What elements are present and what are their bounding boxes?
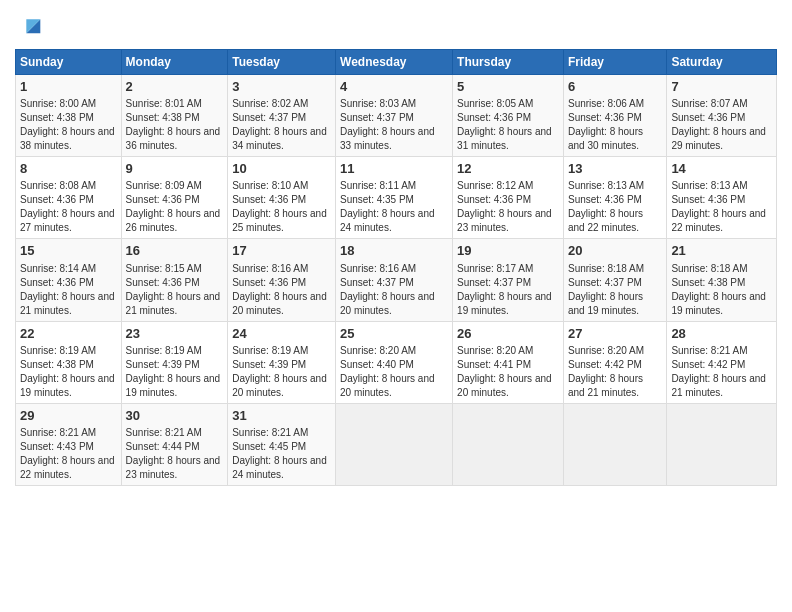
sunrise-text: Sunrise: 8:02 AM <box>232 98 308 109</box>
daylight-text: Daylight: 8 hours and 31 minutes. <box>457 126 552 151</box>
logo <box>15 10 45 43</box>
page-container: SundayMondayTuesdayWednesdayThursdayFrid… <box>0 0 792 496</box>
calendar-cell: 6Sunrise: 8:06 AMSunset: 4:36 PMDaylight… <box>563 75 666 157</box>
sunset-text: Sunset: 4:36 PM <box>671 194 745 205</box>
day-number: 20 <box>568 242 662 260</box>
calendar-cell: 15Sunrise: 8:14 AMSunset: 4:36 PMDayligh… <box>16 239 122 321</box>
sunrise-text: Sunrise: 8:21 AM <box>20 427 96 438</box>
sunrise-text: Sunrise: 8:15 AM <box>126 263 202 274</box>
sunset-text: Sunset: 4:41 PM <box>457 359 531 370</box>
sunset-text: Sunset: 4:45 PM <box>232 441 306 452</box>
daylight-text: Daylight: 8 hours and 21 minutes. <box>20 291 115 316</box>
calendar-cell <box>336 403 453 485</box>
sunset-text: Sunset: 4:37 PM <box>340 112 414 123</box>
sunset-text: Sunset: 4:37 PM <box>340 277 414 288</box>
daylight-text: Daylight: 8 hours and 22 minutes. <box>671 208 766 233</box>
calendar-cell <box>563 403 666 485</box>
sunset-text: Sunset: 4:38 PM <box>20 359 94 370</box>
sunrise-text: Sunrise: 8:06 AM <box>568 98 644 109</box>
sunrise-text: Sunrise: 8:08 AM <box>20 180 96 191</box>
calendar-cell: 28Sunrise: 8:21 AMSunset: 4:42 PMDayligh… <box>667 321 777 403</box>
sunrise-text: Sunrise: 8:21 AM <box>126 427 202 438</box>
sunset-text: Sunset: 4:36 PM <box>457 112 531 123</box>
day-number: 8 <box>20 160 117 178</box>
sunrise-text: Sunrise: 8:13 AM <box>671 180 747 191</box>
calendar-cell: 21Sunrise: 8:18 AMSunset: 4:38 PMDayligh… <box>667 239 777 321</box>
day-number: 4 <box>340 78 448 96</box>
day-number: 5 <box>457 78 559 96</box>
calendar-cell: 29Sunrise: 8:21 AMSunset: 4:43 PMDayligh… <box>16 403 122 485</box>
calendar-cell: 9Sunrise: 8:09 AMSunset: 4:36 PMDaylight… <box>121 157 228 239</box>
calendar-week-5: 29Sunrise: 8:21 AMSunset: 4:43 PMDayligh… <box>16 403 777 485</box>
day-number: 1 <box>20 78 117 96</box>
calendar-cell: 31Sunrise: 8:21 AMSunset: 4:45 PMDayligh… <box>228 403 336 485</box>
calendar-week-4: 22Sunrise: 8:19 AMSunset: 4:38 PMDayligh… <box>16 321 777 403</box>
calendar-cell: 27Sunrise: 8:20 AMSunset: 4:42 PMDayligh… <box>563 321 666 403</box>
sunset-text: Sunset: 4:42 PM <box>568 359 642 370</box>
sunset-text: Sunset: 4:38 PM <box>20 112 94 123</box>
calendar-header-row: SundayMondayTuesdayWednesdayThursdayFrid… <box>16 50 777 75</box>
sunrise-text: Sunrise: 8:20 AM <box>568 345 644 356</box>
day-number: 28 <box>671 325 772 343</box>
daylight-text: Daylight: 8 hours and 21 minutes. <box>126 291 221 316</box>
sunset-text: Sunset: 4:37 PM <box>568 277 642 288</box>
day-number: 22 <box>20 325 117 343</box>
calendar-cell: 10Sunrise: 8:10 AMSunset: 4:36 PMDayligh… <box>228 157 336 239</box>
daylight-text: Daylight: 8 hours and 23 minutes. <box>126 455 221 480</box>
sunset-text: Sunset: 4:39 PM <box>232 359 306 370</box>
sunrise-text: Sunrise: 8:12 AM <box>457 180 533 191</box>
sunset-text: Sunset: 4:40 PM <box>340 359 414 370</box>
daylight-text: Daylight: 8 hours and 24 minutes. <box>232 455 327 480</box>
sunset-text: Sunset: 4:38 PM <box>126 112 200 123</box>
day-number: 29 <box>20 407 117 425</box>
calendar-cell: 4Sunrise: 8:03 AMSunset: 4:37 PMDaylight… <box>336 75 453 157</box>
sunset-text: Sunset: 4:36 PM <box>126 194 200 205</box>
sunrise-text: Sunrise: 8:21 AM <box>671 345 747 356</box>
sunset-text: Sunset: 4:35 PM <box>340 194 414 205</box>
day-number: 11 <box>340 160 448 178</box>
calendar-cell: 20Sunrise: 8:18 AMSunset: 4:37 PMDayligh… <box>563 239 666 321</box>
day-header-tuesday: Tuesday <box>228 50 336 75</box>
calendar-cell: 11Sunrise: 8:11 AMSunset: 4:35 PMDayligh… <box>336 157 453 239</box>
sunrise-text: Sunrise: 8:18 AM <box>671 263 747 274</box>
sunset-text: Sunset: 4:37 PM <box>232 112 306 123</box>
daylight-text: Daylight: 8 hours and 21 minutes. <box>568 373 643 398</box>
day-header-saturday: Saturday <box>667 50 777 75</box>
sunset-text: Sunset: 4:36 PM <box>568 194 642 205</box>
daylight-text: Daylight: 8 hours and 20 minutes. <box>232 291 327 316</box>
day-number: 17 <box>232 242 331 260</box>
calendar-cell: 22Sunrise: 8:19 AMSunset: 4:38 PMDayligh… <box>16 321 122 403</box>
header <box>15 10 777 43</box>
daylight-text: Daylight: 8 hours and 33 minutes. <box>340 126 435 151</box>
daylight-text: Daylight: 8 hours and 36 minutes. <box>126 126 221 151</box>
sunrise-text: Sunrise: 8:07 AM <box>671 98 747 109</box>
sunrise-text: Sunrise: 8:05 AM <box>457 98 533 109</box>
daylight-text: Daylight: 8 hours and 30 minutes. <box>568 126 643 151</box>
day-number: 9 <box>126 160 224 178</box>
day-number: 12 <box>457 160 559 178</box>
daylight-text: Daylight: 8 hours and 29 minutes. <box>671 126 766 151</box>
calendar-cell: 16Sunrise: 8:15 AMSunset: 4:36 PMDayligh… <box>121 239 228 321</box>
sunset-text: Sunset: 4:36 PM <box>568 112 642 123</box>
daylight-text: Daylight: 8 hours and 20 minutes. <box>457 373 552 398</box>
calendar-cell <box>667 403 777 485</box>
calendar-cell <box>453 403 564 485</box>
day-header-thursday: Thursday <box>453 50 564 75</box>
sunset-text: Sunset: 4:36 PM <box>20 194 94 205</box>
daylight-text: Daylight: 8 hours and 20 minutes. <box>340 373 435 398</box>
sunset-text: Sunset: 4:36 PM <box>232 194 306 205</box>
day-number: 23 <box>126 325 224 343</box>
daylight-text: Daylight: 8 hours and 19 minutes. <box>457 291 552 316</box>
day-number: 21 <box>671 242 772 260</box>
sunrise-text: Sunrise: 8:03 AM <box>340 98 416 109</box>
sunset-text: Sunset: 4:36 PM <box>232 277 306 288</box>
sunrise-text: Sunrise: 8:16 AM <box>232 263 308 274</box>
daylight-text: Daylight: 8 hours and 26 minutes. <box>126 208 221 233</box>
daylight-text: Daylight: 8 hours and 20 minutes. <box>340 291 435 316</box>
day-number: 7 <box>671 78 772 96</box>
sunset-text: Sunset: 4:36 PM <box>671 112 745 123</box>
calendar-cell: 23Sunrise: 8:19 AMSunset: 4:39 PMDayligh… <box>121 321 228 403</box>
day-number: 10 <box>232 160 331 178</box>
sunrise-text: Sunrise: 8:14 AM <box>20 263 96 274</box>
calendar-cell: 5Sunrise: 8:05 AMSunset: 4:36 PMDaylight… <box>453 75 564 157</box>
